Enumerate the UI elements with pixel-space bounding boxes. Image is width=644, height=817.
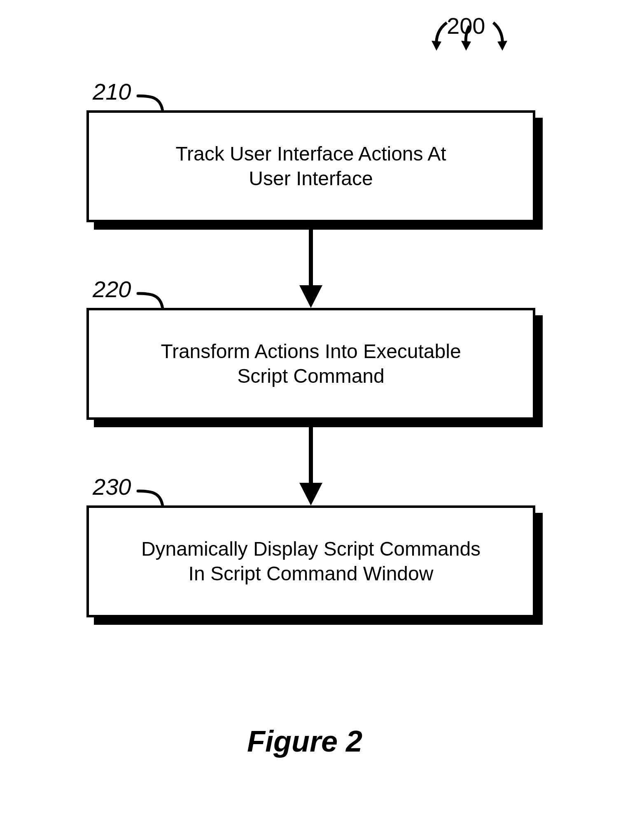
figure-caption: Figure 2 bbox=[247, 724, 362, 758]
svg-marker-4 bbox=[299, 285, 322, 308]
step-box-3: Dynamically Display Script Commands In S… bbox=[86, 505, 535, 617]
step-text-1: Track User Interface Actions At User Int… bbox=[89, 113, 533, 220]
step-box-1: Track User Interface Actions At User Int… bbox=[86, 110, 535, 222]
svg-marker-2 bbox=[497, 41, 507, 51]
ref-220: 220 bbox=[93, 276, 131, 303]
leader-icon bbox=[136, 286, 173, 311]
arrow-down-icon bbox=[294, 230, 327, 308]
ref-230: 230 bbox=[93, 473, 131, 500]
step-box-2: Transform Actions Into Executable Script… bbox=[86, 308, 535, 420]
svg-marker-6 bbox=[299, 483, 322, 505]
step-text-3: Dynamically Display Script Commands In S… bbox=[89, 508, 533, 615]
branch-arrows-icon bbox=[424, 19, 515, 57]
ref-210: 210 bbox=[93, 78, 131, 105]
leader-icon bbox=[136, 88, 173, 113]
svg-marker-1 bbox=[461, 41, 471, 51]
svg-marker-0 bbox=[432, 41, 441, 51]
figure-canvas: 200 210 Track User Interface Actions At … bbox=[0, 0, 644, 817]
arrow-down-icon bbox=[294, 427, 327, 505]
leader-icon bbox=[136, 484, 173, 508]
step-text-2: Transform Actions Into Executable Script… bbox=[89, 310, 533, 417]
